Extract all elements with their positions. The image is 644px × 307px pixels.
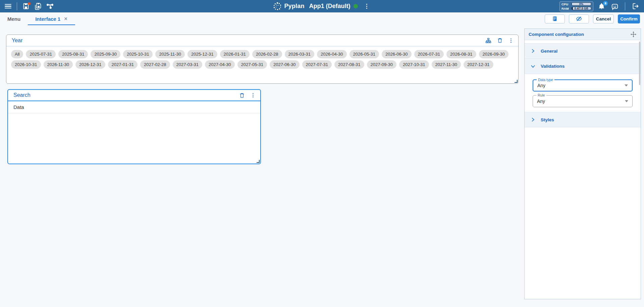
year-chip[interactable]: 2027-07-31: [302, 60, 332, 69]
year-chip[interactable]: 2025-11-30: [155, 50, 185, 58]
year-chip[interactable]: 2025-09-30: [91, 50, 120, 58]
divider: [625, 2, 625, 10]
year-chip[interactable]: 2027-12-31: [464, 60, 493, 69]
search-widget-title: Search: [13, 92, 31, 98]
hierarchy-icon[interactable]: [485, 37, 492, 44]
search-result-item[interactable]: Data: [8, 101, 260, 113]
notifications-bell-icon[interactable]: 8: [596, 1, 607, 11]
app-status-dot: [354, 4, 358, 8]
confirm-button[interactable]: Confirm: [618, 14, 640, 23]
year-chip[interactable]: 2027-03-31: [173, 60, 203, 69]
move-panel-icon[interactable]: [630, 31, 637, 38]
resize-handle[interactable]: [257, 160, 260, 163]
cpu-bar: 0%: [571, 2, 591, 6]
section-general[interactable]: General: [525, 43, 641, 59]
year-chip[interactable]: 2026-11-30: [44, 60, 73, 69]
widget-menu-kebab-icon[interactable]: ⋮: [250, 92, 256, 98]
tab-interface-1[interactable]: Interface 1 ✕: [28, 12, 75, 25]
preview-off-button[interactable]: [569, 14, 589, 23]
year-chip[interactable]: 2025-08-31: [58, 50, 88, 58]
delete-widget-icon[interactable]: [238, 92, 245, 99]
year-chip[interactable]: 2026-02-28: [252, 50, 282, 58]
year-chip[interactable]: 2026-09-30: [479, 50, 509, 58]
year-chip[interactable]: 2025-12-31: [187, 50, 217, 58]
chevron-right-icon: [531, 117, 535, 122]
data-type-value: Any: [537, 83, 545, 88]
assistant-bot-icon[interactable]: [609, 1, 620, 11]
year-chip[interactable]: 2026-10-31: [11, 60, 41, 69]
ram-label: RAM: [561, 7, 570, 10]
ram-value: 0.4/7.5 GB: [572, 7, 591, 10]
chevron-down-icon: [531, 64, 535, 69]
pyplan-logo-icon: [273, 2, 282, 11]
widget-menu-kebab-icon[interactable]: ⋮: [508, 38, 514, 44]
chevron-right-icon: [531, 49, 535, 53]
data-type-label: Data type: [537, 78, 554, 82]
year-chip-list: All2025-07-312025-08-312025-09-302025-10…: [6, 46, 518, 72]
section-validations[interactable]: Validations: [525, 59, 641, 74]
cancel-button[interactable]: Cancel: [593, 14, 614, 23]
pyplan-brand: Pyplan: [273, 2, 304, 11]
brand-name: Pyplan: [284, 3, 304, 10]
section-styles[interactable]: Styles: [525, 112, 641, 127]
search-widget[interactable]: Search ⋮ Data: [7, 89, 261, 164]
hamburger-menu-icon[interactable]: [3, 1, 13, 11]
year-widget[interactable]: Year ⋮ All2025-07-312025-08-312025-09-30…: [6, 35, 519, 84]
notifications-badge: 8: [603, 1, 608, 6]
year-chip[interactable]: 2027-11-30: [432, 60, 461, 69]
save-icon[interactable]: [20, 1, 31, 11]
delete-widget-icon[interactable]: [496, 37, 503, 44]
year-chip[interactable]: 2026-04-30: [317, 50, 347, 58]
resize-handle[interactable]: [515, 80, 518, 83]
influence-diagram-icon[interactable]: [45, 1, 55, 11]
divider: [17, 2, 17, 10]
interface-code-button[interactable]: [545, 14, 565, 23]
year-chip[interactable]: 2025-10-31: [123, 50, 153, 58]
year-chip[interactable]: 2027-02-28: [140, 60, 170, 69]
close-tab-icon[interactable]: ✕: [64, 16, 68, 21]
year-chip[interactable]: 2026-01-31: [220, 50, 250, 58]
year-chip[interactable]: 2027-08-31: [334, 60, 364, 69]
dropdown-arrow-icon: [625, 84, 628, 86]
year-chip[interactable]: 2026-08-31: [446, 50, 476, 58]
dropdown-arrow-icon: [625, 100, 628, 102]
top-bar: Pyplan App1 (Default) ⋮ CPU 0% RAM 0.4/7…: [0, 0, 644, 12]
cpu-value: 0%: [572, 3, 591, 5]
rule-label: Rule: [536, 93, 546, 97]
year-chip[interactable]: 2027-10-31: [399, 60, 429, 69]
search-result-list: Data: [8, 101, 260, 113]
year-widget-title: Year: [12, 38, 22, 44]
ram-bar: 0.4/7.5 GB: [571, 7, 591, 10]
year-chip[interactable]: All: [11, 50, 23, 58]
sidebar-scrollbar[interactable]: [639, 42, 640, 85]
notebook-icon: [552, 16, 557, 21]
year-chip[interactable]: 2026-05-31: [350, 50, 379, 58]
year-chip[interactable]: 2026-07-31: [414, 50, 444, 58]
year-chip[interactable]: 2027-06-30: [270, 60, 300, 69]
system-monitor: CPU 0% RAM 0.4/7.5 GB: [559, 1, 593, 11]
tab-bar: Menu Interface 1 ✕ Cancel Confirm: [0, 12, 644, 25]
save-all-icon[interactable]: [33, 1, 43, 11]
unsaved-changes-dot: [28, 2, 31, 5]
app-title: App1 (Default): [309, 3, 358, 10]
tab-menu[interactable]: Menu: [0, 12, 28, 25]
component-configuration-panel: Component configuration General Validati…: [524, 28, 641, 299]
year-chip[interactable]: 2026-03-31: [285, 50, 315, 58]
year-chip[interactable]: 2027-09-30: [367, 60, 397, 69]
cpu-label: CPU: [561, 2, 570, 6]
app-menu-kebab-icon[interactable]: ⋮: [363, 3, 371, 9]
rule-value: Any: [537, 99, 545, 104]
year-chip[interactable]: 2026-06-30: [382, 50, 412, 58]
eye-off-icon: [576, 16, 582, 22]
logout-icon[interactable]: [630, 1, 641, 11]
component-configuration-title: Component configuration: [529, 32, 584, 37]
year-chip[interactable]: 2027-05-31: [237, 60, 267, 69]
year-chip[interactable]: 2027-04-30: [205, 60, 235, 69]
year-chip[interactable]: 2027-01-31: [108, 60, 138, 69]
data-type-select[interactable]: Data type Any: [533, 79, 633, 91]
rule-select[interactable]: Rule Any: [533, 95, 633, 107]
year-chip[interactable]: 2026-12-31: [75, 60, 105, 69]
year-chip[interactable]: 2025-07-31: [26, 50, 56, 58]
